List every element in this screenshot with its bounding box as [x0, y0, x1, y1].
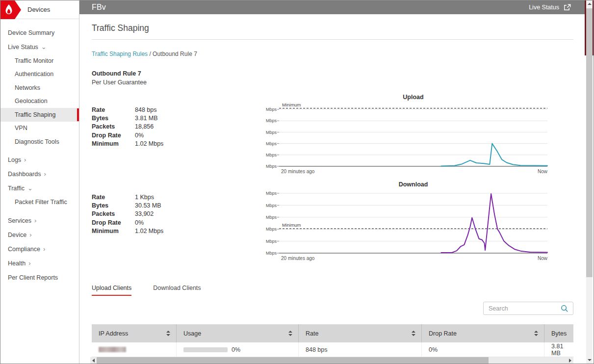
sidebar-item-traffic-shaping[interactable]: Traffic Shaping: [0, 108, 79, 122]
chevron-right-icon: ›: [29, 233, 31, 237]
live-status-link[interactable]: Live Status: [529, 4, 571, 11]
sidebar-item-authentication[interactable]: Authentication: [0, 68, 79, 81]
breadcrumb: Traffic Shaping Rules / Outbound Rule 7: [92, 51, 197, 57]
svg-text:0.0 Mbps: 0.0 Mbps: [265, 251, 277, 256]
live-status-label: Live Status: [529, 4, 559, 11]
sort-icon: [412, 331, 415, 336]
stat-row: Drop Rate0%: [92, 131, 254, 139]
sidebar-item-label: Device: [8, 232, 26, 238]
stat-label: Bytes: [92, 202, 135, 209]
breadcrumb-link[interactable]: Traffic Shaping Rules: [92, 51, 148, 57]
stat-value: 18,856: [135, 123, 154, 130]
chevron-right-icon: ›: [24, 157, 26, 162]
column-label: Bytes: [551, 330, 567, 337]
sidebar-item-label: Traffic Shaping: [15, 111, 55, 118]
sidebar-item-dashboards[interactable]: Dashboards›: [0, 167, 79, 182]
column-header-drop-rate[interactable]: Drop Rate: [421, 324, 544, 342]
tab-download-clients[interactable]: Download Clients: [153, 285, 201, 296]
svg-text:1.0 Mbps: 1.0 Mbps: [265, 227, 277, 232]
upload-stats: Rate848 bpsBytes3.81 MBPackets18,856Drop…: [92, 105, 254, 148]
drop-rate-cell: 0%: [421, 342, 544, 357]
sidebar-item-label: VPN: [15, 125, 27, 131]
usage-percent: 0%: [232, 346, 240, 353]
stat-value: 0%: [135, 132, 144, 139]
sidebar-item-label: Services: [8, 217, 31, 224]
sidebar-item-compliance[interactable]: Compliance›: [0, 242, 79, 256]
sidebar-item-services[interactable]: Services›: [0, 213, 79, 228]
chevron-down-icon: ⌄: [27, 186, 33, 191]
app-window: Devices Device SummaryLive Status⌄Traffi…: [0, 0, 594, 364]
stat-label: Packets: [92, 210, 135, 217]
chevron-right-icon: ›: [34, 218, 36, 223]
client-tabs: Upload Clients Download Clients: [92, 285, 201, 296]
svg-text:Minimum: Minimum: [282, 102, 301, 107]
svg-text:Upload: Upload: [403, 94, 423, 101]
stat-label: Minimum: [92, 228, 135, 234]
scroll-right-arrow[interactable]: [567, 357, 573, 364]
column-header-ip-address[interactable]: IP Address: [92, 324, 176, 342]
sidebar-item-traffic-monitor[interactable]: Traffic Monitor: [0, 54, 79, 68]
brand-logo[interactable]: [0, 0, 21, 19]
scroll-up-arrow[interactable]: [586, 0, 593, 7]
ip-address-cell: [92, 342, 176, 357]
search-input[interactable]: [489, 305, 561, 312]
usage-cell: 0%: [176, 342, 298, 357]
sidebar-item-health[interactable]: Health›: [0, 256, 79, 270]
stat-row: Minimum1.02 Mbps: [92, 227, 254, 235]
stat-value: 0%: [135, 219, 144, 226]
svg-text:1.0 Mbps: 1.0 Mbps: [265, 107, 277, 112]
sidebar-header: Devices: [0, 0, 79, 19]
sidebar-item-label: Dashboards: [8, 171, 41, 178]
chevron-right-icon: ›: [44, 172, 46, 177]
column-header-usage[interactable]: Usage: [176, 324, 298, 342]
sidebar-item-diagnostic-tools[interactable]: Diagnostic Tools: [0, 135, 79, 149]
sidebar-item-networks[interactable]: Networks: [0, 81, 79, 95]
scroll-left-arrow[interactable]: [90, 357, 97, 364]
svg-text:0.5 Mbps: 0.5 Mbps: [265, 239, 277, 244]
sidebar-item-packet-filter-traffic[interactable]: Packet Filter Traffic: [0, 196, 79, 209]
sidebar-item-per-client-reports[interactable]: Per Client Reports: [0, 270, 79, 285]
tab-upload-clients[interactable]: Upload Clients: [92, 285, 131, 296]
stat-row: Packets33,902: [92, 210, 254, 218]
sidebar-item-label: Device Summary: [8, 29, 54, 36]
vertical-scroll-thumb[interactable]: [586, 8, 593, 277]
stat-row: Rate1 Kbps: [92, 193, 254, 201]
svg-text:2.0 Mbps: 2.0 Mbps: [265, 203, 277, 208]
column-label: Rate: [306, 330, 318, 337]
sidebar-item-device[interactable]: Device›: [0, 228, 79, 242]
rule-name: Outbound Rule 7: [92, 70, 141, 77]
redacted-ip: [99, 347, 126, 352]
horizontal-scrollbar[interactable]: [90, 357, 573, 364]
device-title: FBv: [92, 3, 106, 12]
svg-text:1.5 Mbps: 1.5 Mbps: [265, 215, 277, 220]
column-header-rate[interactable]: Rate: [298, 324, 421, 342]
svg-text:0.2 Mbps: 0.2 Mbps: [265, 153, 277, 157]
stat-label: Bytes: [92, 115, 135, 122]
topbar: FBv Live Status: [79, 0, 586, 14]
sidebar-item-geolocation[interactable]: Geolocation: [0, 95, 79, 108]
sidebar-item-logs[interactable]: Logs›: [0, 153, 79, 167]
table-row: 0%848 bps0%3.81 MB: [92, 342, 573, 357]
sidebar-item-label: Authentication: [15, 71, 53, 78]
chevron-right-icon: ›: [28, 261, 30, 266]
chevron-down-icon: ⌄: [41, 45, 47, 50]
rate-cell: 848 bps: [298, 342, 421, 357]
sidebar-item-label: Per Client Reports: [8, 274, 58, 281]
scroll-down-arrow[interactable]: [586, 357, 593, 363]
vertical-scrollbar[interactable]: [586, 0, 593, 364]
breadcrumb-separator: /: [148, 51, 153, 57]
column-label: Usage: [183, 330, 201, 337]
sidebar-item-device-summary[interactable]: Device Summary: [0, 26, 79, 40]
stat-value: 30.53 MB: [135, 202, 161, 209]
stat-row: Bytes3.81 MB: [92, 114, 254, 122]
sidebar-item-vpn[interactable]: VPN: [0, 122, 79, 135]
stat-row: Minimum1.02 Mbps: [92, 140, 254, 148]
sidebar-item-live-status[interactable]: Live Status⌄: [0, 40, 79, 54]
main-content: Traffic Shaping Traffic Shaping Rules / …: [79, 14, 586, 364]
search-box: [483, 302, 573, 315]
sidebar-item-traffic[interactable]: Traffic⌄: [0, 182, 79, 196]
search-icon[interactable]: [561, 305, 568, 312]
horizontal-scroll-thumb[interactable]: [97, 357, 489, 364]
column-header-bytes[interactable]: Bytes: [544, 324, 573, 342]
stat-row: Bytes30.53 MB: [92, 201, 254, 209]
